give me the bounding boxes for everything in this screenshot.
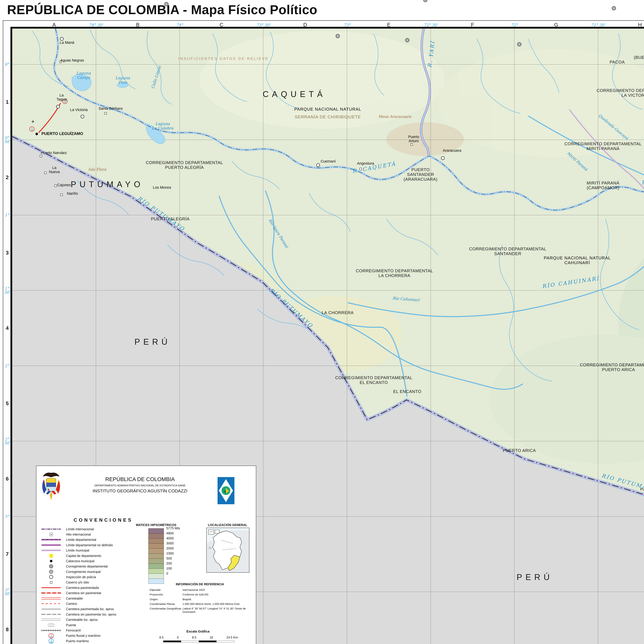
map-label-corr: CORREGIMIENTO DEPARTAMENTAL MIRITÍ-PARAN… — [564, 142, 642, 151]
scale-tick: 24.5 Km — [226, 636, 238, 639]
grid-letter: C — [220, 22, 223, 27]
map-label-region: PUTUMAYO — [71, 180, 144, 189]
cdep-icon — [40, 564, 62, 568]
pfluv-icon: ⚓ — [40, 633, 62, 638]
legend-title: CONVENCIONES — [47, 517, 160, 523]
marker-ring2-icon — [612, 6, 616, 10]
grid-longitude-top: 74° 30' — [89, 23, 103, 27]
csin-icon — [40, 592, 62, 594]
map-label-corr: PUERTO ARICA — [503, 448, 536, 453]
insp-icon — [40, 575, 62, 579]
puente-icon — [40, 624, 62, 626]
map-label-town: Araracuara — [443, 148, 461, 152]
legend-item: Límite municipal — [40, 548, 147, 553]
grid-longitude-top: 71° 30' — [591, 23, 605, 27]
map-label-region: PERÚ — [517, 573, 553, 582]
marker-ring2-icon — [336, 34, 340, 38]
grid-row-number: 6 — [6, 476, 9, 481]
legend-item: Caserío y/o sitio — [40, 580, 147, 585]
cpav-icon — [40, 587, 62, 588]
marker-sq-icon — [410, 143, 413, 146]
marker-sq-icon — [44, 172, 46, 174]
limmun-icon — [40, 550, 62, 551]
legend-item: Capital de departamento — [40, 553, 147, 558]
map-label-town: Angostura — [357, 161, 374, 165]
marker-plane-icon: ✈ — [31, 119, 35, 124]
legend-item-label: Puerto fluvial y marítimo — [62, 634, 100, 637]
hypso-band: 100 — [148, 569, 164, 574]
legend-item-label: Hito internacional — [62, 533, 91, 536]
legend-item-label: Puerto marítimo — [62, 639, 89, 643]
hypso-band — [148, 579, 164, 584]
grid-latitude-left: 2° — [5, 364, 9, 368]
legend-item-label: Cabecera municipal — [62, 559, 94, 563]
grid-row-number: 4 — [6, 325, 9, 331]
scale-title: Escala Gráfica — [186, 629, 209, 633]
hypso-band: 4800 — [148, 533, 164, 539]
map-label-parkbr: SERRANÍA DE CHIRIBIQUETE — [295, 115, 361, 119]
legend-item: Carretera pavimentada loc. aprox. — [40, 606, 147, 612]
legend-item: ⚓Puerto fluvial y marítimo — [40, 633, 147, 638]
marker-ring-icon — [56, 105, 60, 108]
map-label-corr: PACOA (BUENOS AIRES) — [634, 50, 644, 60]
legend-item: Camino — [40, 601, 147, 606]
map-label-corr: MIRITÍ PARANÁ (CAMPOAMOR) — [587, 181, 619, 190]
grid-latitude-left: 0° — [5, 62, 9, 66]
map-label-town: Santa Bárbara — [98, 106, 122, 111]
marker-ring-icon — [316, 163, 320, 167]
map-label-town: La Nueva — [49, 166, 60, 174]
marker-sq-icon — [60, 194, 63, 196]
legend-item-label: Inspección de policía — [62, 575, 96, 579]
cas-icon — [40, 581, 62, 584]
grid-row-number: 1 — [6, 99, 9, 105]
legend-item-label: Límite departamental — [62, 538, 96, 541]
map-label-town: Puerto Narváez — [41, 151, 67, 155]
map-label-region: PERÚ — [134, 337, 171, 347]
cmun-icon — [40, 570, 62, 574]
map-label-corr: EL ENCANTO — [393, 389, 421, 394]
gpav-icon — [40, 609, 62, 609]
grid-letter: H — [638, 22, 642, 27]
grid-longitude-top: 72° 30' — [424, 23, 438, 27]
marker-ring2-icon — [423, 0, 427, 2]
legend-item-label: Carretera pavimentada — [62, 586, 99, 589]
grid-row-number: 8 — [6, 627, 9, 632]
map-label-corr: CORREGIMIENTO DEPARTAMENTAL EL ENCANTO — [335, 375, 412, 385]
map-label-townL: PUERTO LEGUÍZAMO — [41, 132, 83, 136]
legend-item: Inspección de policía — [40, 574, 147, 580]
marker-anc-icon: ⚓ — [29, 126, 35, 132]
legend-item-label: Corregimiento municipal — [62, 570, 101, 573]
ctable-icon — [40, 597, 62, 599]
map-label-town: Puerto Alfonso — [640, 487, 644, 491]
legend-item-label: Límite municipal — [62, 549, 89, 552]
legend-item-label: Carretera sin pavimentar loc. aprox. — [62, 613, 117, 616]
map-label-town: Los Monos — [153, 185, 171, 189]
map-label-corr: CORREGIMIENTO DEPARTAMENTAL LA CHORRERA — [356, 269, 433, 278]
legend-item: Hito internacional — [40, 532, 147, 537]
cab-icon — [40, 560, 62, 562]
map-label-corr: CORREGIMIENTO DEPARTAMENTAL SANTANDER — [469, 247, 546, 256]
reference-row: Coordenadas Planas1.000.000 Metros Norte… — [150, 602, 251, 606]
legend-item-label: Carretera sin pavimentar — [62, 591, 101, 595]
map-label-park: PARQUE NACIONAL NATURAL — [294, 107, 361, 112]
map-label-town: Aguas Negras — [60, 58, 84, 62]
legend-item-label: Carreteable loc. aprox. — [62, 618, 99, 621]
legend-item: Carretera sin pavimentar — [40, 590, 147, 596]
legend-institution-1: REPÚBLICA DE COLOMBIA — [66, 476, 214, 482]
grid-row-number: 7 — [6, 552, 9, 557]
legend-item-label: Puente — [62, 623, 76, 627]
grid-letter: B — [136, 22, 139, 27]
hypso-band: 5775 Mts — [148, 528, 164, 533]
grid-row-number: 2 — [6, 175, 9, 180]
hypsometric-scale: 5775 Mts480040003000200010005002001000 — [148, 528, 164, 584]
legend-item: Carretera sin pavimentar loc. aprox. — [40, 612, 147, 617]
map-label-town: Cajones — [57, 183, 71, 187]
reference-row: ProyecciónConforme de GAUSS — [150, 593, 251, 596]
map-label-note: INSUFICIENTES DATOS DE RELIEVE — [178, 56, 269, 61]
map-label-water: Laguna Pino — [115, 76, 130, 84]
pmar-icon: ⚓ — [40, 638, 62, 644]
grid-longitude-top: 73° — [344, 23, 350, 27]
hypso-band: 200 — [148, 564, 164, 569]
grid-latitude-left: 1° — [5, 213, 9, 217]
legend-item: Límite internacional — [40, 526, 147, 532]
